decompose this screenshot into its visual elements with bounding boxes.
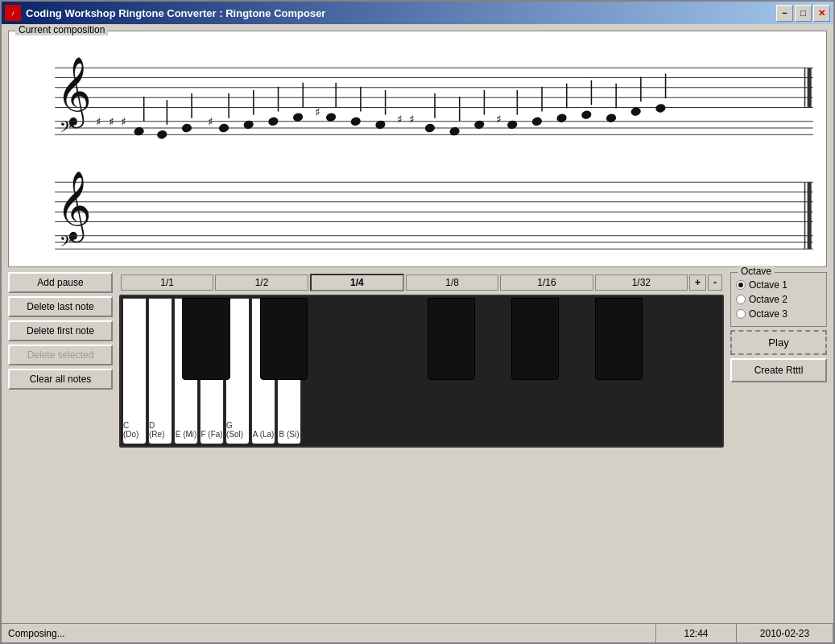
staff-2: 𝄞 𝄢 bbox=[14, 155, 821, 259]
delete-last-button[interactable]: Delete last note bbox=[8, 296, 113, 317]
octave-3-radio[interactable]: Octave 3 bbox=[736, 307, 821, 321]
key-c-sharp[interactable] bbox=[182, 298, 229, 380]
svg-text:♯: ♯ bbox=[121, 115, 126, 128]
status-bar: Composing... 12:44 2010-02-23 bbox=[2, 623, 833, 642]
delete-selected-button[interactable]: Delete selected bbox=[8, 345, 113, 365]
composition-label: Current composition bbox=[15, 24, 108, 35]
svg-text:♯: ♯ bbox=[96, 115, 101, 128]
svg-point-46 bbox=[531, 116, 544, 126]
svg-text:𝄢: 𝄢 bbox=[60, 233, 72, 254]
status-composing: Composing... bbox=[2, 624, 656, 642]
key-d[interactable]: D (Re) bbox=[148, 298, 172, 444]
svg-point-17 bbox=[181, 122, 193, 133]
svg-point-26 bbox=[292, 112, 304, 122]
duration-1-4[interactable]: 1/4 bbox=[310, 274, 404, 291]
octave-3-label: Octave 3 bbox=[749, 308, 787, 320]
duration-1-8[interactable]: 1/8 bbox=[406, 275, 498, 291]
close-button[interactable]: ✕ bbox=[813, 5, 830, 22]
key-a-sharp[interactable] bbox=[595, 298, 643, 380]
svg-text:♯: ♯ bbox=[496, 113, 502, 126]
add-pause-button[interactable]: Add pause bbox=[8, 272, 113, 293]
octave-2-indicator bbox=[736, 295, 746, 304]
maximize-button[interactable]: □ bbox=[795, 5, 812, 22]
octave-3-indicator bbox=[736, 309, 746, 319]
svg-rect-59 bbox=[808, 68, 812, 107]
minus-button[interactable]: - bbox=[708, 275, 722, 291]
clear-all-button[interactable]: Clear all notes bbox=[8, 369, 113, 390]
duration-1-2[interactable]: 1/2 bbox=[215, 275, 308, 291]
svg-point-24 bbox=[267, 116, 279, 126]
key-f-sharp[interactable] bbox=[428, 298, 475, 380]
octave-1-indicator bbox=[736, 280, 746, 290]
duration-1-1[interactable]: 1/1 bbox=[121, 275, 213, 291]
svg-point-29 bbox=[325, 112, 337, 122]
app-icon: ♪ bbox=[5, 5, 21, 21]
main-content: Current composition 𝄞 𝄢 ♯ bbox=[2, 24, 833, 623]
status-time: 12:44 bbox=[656, 624, 737, 642]
svg-point-15 bbox=[156, 130, 168, 140]
status-date: 2010-02-23 bbox=[737, 624, 833, 642]
octave-label: Octave bbox=[738, 266, 775, 277]
delete-first-button[interactable]: Delete first note bbox=[8, 320, 113, 341]
svg-text:𝄢: 𝄢 bbox=[60, 119, 72, 139]
svg-point-54 bbox=[630, 106, 642, 117]
piano-keyboard: C (Do) D (Re) E (Mi) F (Fa) bbox=[119, 295, 724, 448]
minimize-button[interactable]: − bbox=[776, 5, 793, 22]
svg-point-31 bbox=[349, 116, 362, 126]
create-rtttl-button[interactable]: Create Rtttl bbox=[730, 358, 827, 382]
controls-area: Add pause Delete last note Delete first … bbox=[8, 272, 827, 448]
duration-bar: 1/1 1/2 1/4 1/8 1/16 1/32 + - bbox=[119, 272, 724, 293]
main-window: ♪ Coding Workshop Ringtone Converter : R… bbox=[0, 0, 835, 644]
svg-text:𝄞: 𝄞 bbox=[56, 57, 92, 129]
plus-button[interactable]: + bbox=[689, 275, 706, 291]
window-title: Coding Workshop Ringtone Converter : Rin… bbox=[26, 7, 776, 19]
piano-section: 1/1 1/2 1/4 1/8 1/16 1/32 + - C (Do) bbox=[119, 272, 724, 448]
left-buttons: Add pause Delete last note Delete first … bbox=[8, 272, 113, 448]
title-bar: ♪ Coding Workshop Ringtone Converter : R… bbox=[2, 2, 833, 24]
composition-group: Current composition 𝄞 𝄢 ♯ bbox=[8, 31, 827, 267]
key-c[interactable]: C (Do) bbox=[122, 298, 147, 444]
svg-point-20 bbox=[218, 122, 230, 133]
octave-1-radio[interactable]: Octave 1 bbox=[736, 278, 821, 292]
svg-text:♯: ♯ bbox=[397, 113, 403, 126]
svg-point-37 bbox=[424, 122, 436, 133]
staff-1: 𝄞 𝄢 ♯ ♯ ♯ ♯ bbox=[14, 36, 821, 149]
svg-rect-71 bbox=[808, 182, 812, 249]
key-d-sharp[interactable] bbox=[260, 298, 308, 380]
duration-1-16[interactable]: 1/16 bbox=[500, 275, 593, 291]
octave-2-radio[interactable]: Octave 2 bbox=[736, 292, 821, 307]
svg-text:♯: ♯ bbox=[315, 105, 320, 118]
octave-group: Octave Octave 1 Octave 2 Octave 3 bbox=[730, 272, 827, 327]
title-bar-buttons: − □ ✕ bbox=[776, 5, 830, 22]
octave-section: Octave Octave 1 Octave 2 Octave 3 Play bbox=[730, 272, 827, 448]
svg-text:♯: ♯ bbox=[409, 113, 415, 126]
duration-1-32[interactable]: 1/32 bbox=[595, 275, 688, 291]
svg-text:𝄞: 𝄞 bbox=[56, 171, 92, 243]
svg-point-50 bbox=[581, 109, 593, 120]
octave-1-label: Octave 1 bbox=[749, 279, 787, 291]
play-button[interactable]: Play bbox=[730, 330, 827, 355]
svg-text:♯: ♯ bbox=[109, 115, 114, 128]
svg-point-56 bbox=[655, 103, 667, 114]
key-g-sharp[interactable] bbox=[511, 298, 559, 380]
svg-text:♯: ♯ bbox=[208, 115, 213, 128]
octave-2-label: Octave 2 bbox=[749, 294, 787, 305]
